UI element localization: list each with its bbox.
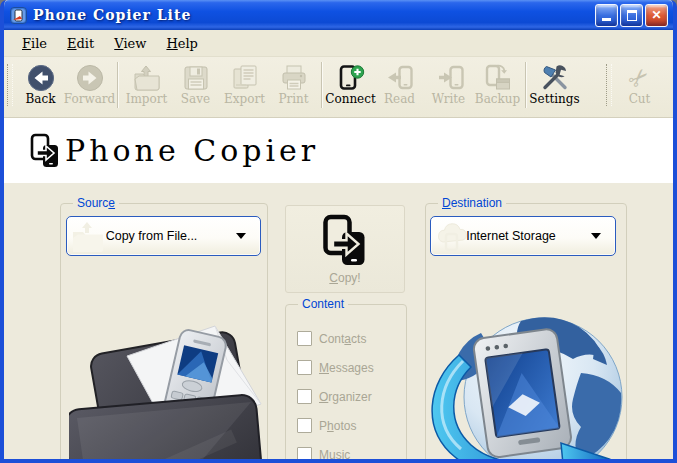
- accel-letter: E: [67, 36, 77, 51]
- export-icon: [230, 63, 260, 93]
- checkbox-label: Organizer: [319, 390, 372, 404]
- minimize-button[interactable]: [595, 4, 618, 27]
- checkbox-label: Music: [319, 448, 350, 462]
- toolbar-button-cut[interactable]: ✂ Cut: [615, 62, 664, 106]
- toolbar-button-label: Settings: [529, 93, 579, 106]
- label-part: essages: [329, 361, 374, 375]
- menu-bar: File Edit View Help: [4, 30, 673, 57]
- checkbox-icon[interactable]: [297, 389, 312, 404]
- folder-ghost-icon: [70, 220, 106, 254]
- toolbar-button-label: Export: [224, 93, 265, 106]
- copy-button[interactable]: Copy!: [285, 205, 405, 293]
- checkbox-label: Contacts: [319, 332, 366, 346]
- accel-letter: e: [108, 196, 115, 210]
- source-dropdown[interactable]: Copy from File...: [66, 216, 261, 256]
- dropdown-arrow-icon: [236, 233, 246, 239]
- checkbox-messages[interactable]: Messages: [297, 360, 374, 375]
- checkbox-organizer[interactable]: Organizer: [297, 389, 372, 404]
- checkbox-label: Photos: [319, 419, 356, 433]
- maximize-button[interactable]: [620, 4, 643, 27]
- heading-band: Phone Copier: [4, 118, 673, 183]
- toolbar-grip[interactable]: [7, 64, 13, 106]
- accel-letter: C: [329, 271, 338, 285]
- label-part: M: [319, 448, 329, 462]
- toolbar-button-read[interactable]: Read: [375, 62, 424, 106]
- save-icon: [181, 63, 211, 93]
- print-icon: [279, 63, 309, 93]
- toolbar-button-back[interactable]: Back: [16, 62, 65, 106]
- accel-letter: M: [319, 361, 329, 375]
- toolbar-separator: [525, 62, 527, 108]
- toolbar-button-print[interactable]: Print: [269, 62, 318, 106]
- toolbar-button-import[interactable]: Import: [122, 62, 171, 106]
- destination-group: Destination Internet Storage: [425, 203, 627, 463]
- phone-copy-icon: [30, 133, 60, 169]
- checkbox-label: Messages: [319, 361, 374, 375]
- label-part: otos: [334, 419, 357, 433]
- checkbox-icon[interactable]: [297, 331, 312, 346]
- destination-group-label: Destination: [438, 196, 506, 210]
- menu-label: dit: [77, 36, 95, 51]
- write-icon: [434, 63, 464, 93]
- cut-icon: ✂: [622, 60, 657, 95]
- checkbox-photos[interactable]: Photos: [297, 418, 356, 433]
- toolbar-button-label: Backup: [475, 93, 520, 106]
- menu-file[interactable]: File: [12, 33, 57, 54]
- toolbar-button-label: Import: [126, 93, 168, 106]
- app-window: Phone Copier Lite ✕ File Edit View Help …: [0, 0, 677, 463]
- cloud-ghost-icon: [434, 220, 470, 254]
- toolbar-button-forward[interactable]: Forward: [65, 62, 114, 106]
- label-part: estination: [451, 196, 502, 210]
- menu-label: ile: [31, 36, 47, 51]
- label-part: cts: [351, 332, 366, 346]
- label-part: sic: [336, 448, 351, 462]
- checkbox-icon[interactable]: [297, 360, 312, 375]
- label-part: rganizer: [328, 390, 371, 404]
- toolbar-button-connect[interactable]: Connect: [326, 62, 375, 106]
- toolbar-button-label: Connect: [325, 93, 376, 106]
- toolbar-grip[interactable]: [606, 64, 612, 106]
- toolbar-button-save[interactable]: Save: [171, 62, 220, 106]
- connect-icon: [336, 63, 366, 93]
- toolbar-button-backup[interactable]: Backup: [473, 62, 522, 106]
- window-title: Phone Copier Lite: [33, 7, 593, 23]
- toolbar-button-label: Write: [432, 93, 465, 106]
- folder-with-phone-image: [69, 316, 265, 463]
- checkbox-contacts[interactable]: Contacts: [297, 331, 366, 346]
- accel-letter: F: [22, 36, 31, 51]
- back-icon: [26, 63, 56, 93]
- close-button[interactable]: ✕: [645, 4, 668, 27]
- main-content: Source Copy from File...: [4, 183, 673, 463]
- accel-letter: h: [327, 419, 334, 433]
- toolbar-button-label: Print: [278, 93, 308, 106]
- menu-label: iew: [123, 36, 146, 51]
- menu-help[interactable]: Help: [156, 33, 208, 54]
- page-title: Phone Copier: [65, 133, 319, 168]
- toolbar-button-label: Forward: [64, 93, 115, 106]
- accel-letter: D: [442, 196, 451, 210]
- toolbar-button-label: Save: [181, 93, 210, 106]
- source-group: Source Copy from File...: [60, 203, 268, 463]
- toolbar-button-export[interactable]: Export: [220, 62, 269, 106]
- read-icon: [385, 63, 415, 93]
- label-part: P: [319, 419, 327, 433]
- checkbox-icon[interactable]: [297, 418, 312, 433]
- close-icon: ✕: [651, 8, 661, 22]
- menu-edit[interactable]: Edit: [57, 33, 104, 54]
- checkbox-music[interactable]: Music: [297, 447, 350, 462]
- dropdown-arrow-icon: [591, 233, 601, 239]
- toolbar-button-settings[interactable]: Settings: [530, 62, 579, 106]
- accel-letter: u: [329, 448, 336, 462]
- label-part: opy!: [338, 271, 361, 285]
- accel-letter: H: [166, 36, 177, 51]
- toolbar-button-label: Cut: [629, 93, 651, 106]
- destination-dropdown[interactable]: Internet Storage: [430, 216, 616, 256]
- checkbox-icon[interactable]: [297, 447, 312, 462]
- import-icon: [132, 63, 162, 93]
- toolbar-button-write[interactable]: Write: [424, 62, 473, 106]
- title-bar[interactable]: Phone Copier Lite ✕: [4, 0, 673, 30]
- toolbar: Back Forward Import: [4, 57, 673, 118]
- toolbar-button-label: Back: [26, 93, 56, 106]
- source-group-label: Source: [73, 196, 119, 210]
- menu-view[interactable]: View: [104, 33, 156, 54]
